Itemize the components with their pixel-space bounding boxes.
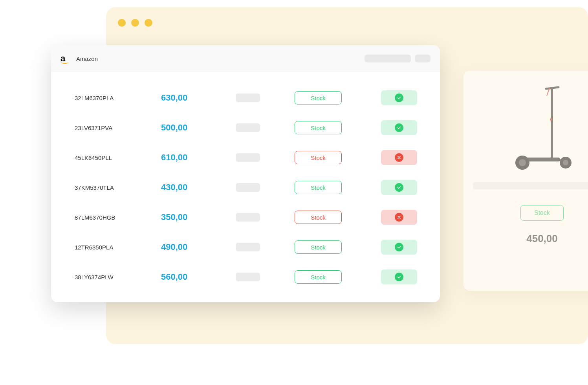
table-row[interactable]: 87LM6370HGB350,00Stock: [75, 202, 416, 232]
product-table: 32LM6370PLA630,00Stock23LV6371PVA500,00S…: [51, 72, 440, 292]
table-row[interactable]: 12TR6350PLA490,00Stock: [75, 232, 416, 262]
table-row[interactable]: 38LY6374PLW560,00Stock: [75, 262, 416, 292]
check-icon: [395, 243, 403, 251]
svg-line-1: [546, 87, 559, 89]
main-panel: a Amazon 32LM6370PLA630,00Stock23LV6371P…: [51, 45, 440, 302]
check-icon: [395, 183, 403, 192]
product-detail-card: Stock 450,00: [463, 71, 588, 291]
sku-cell: 12TR6350PLA: [75, 244, 145, 251]
status-cell: [381, 270, 417, 284]
sku-cell: 37KM5370TLA: [75, 184, 145, 191]
svg-point-6: [563, 160, 568, 165]
product-image-scooter: [507, 80, 577, 174]
stock-chip[interactable]: Stock: [295, 121, 342, 134]
detail-stock-label: Stock: [534, 209, 550, 216]
row-skeleton: [236, 94, 260, 102]
sku-cell: 87LM6370HGB: [75, 214, 145, 221]
stock-chip[interactable]: Stock: [295, 151, 342, 164]
panel-header: a Amazon: [51, 45, 440, 72]
sku-cell: 23LV6371PVA: [75, 125, 145, 131]
traffic-light-dot: [118, 19, 126, 27]
price-cell: 500,00: [161, 123, 220, 133]
price-cell: 630,00: [161, 93, 220, 103]
row-skeleton: [236, 213, 260, 222]
traffic-light-dot: [145, 19, 152, 27]
stock-chip[interactable]: Stock: [295, 211, 342, 224]
price-cell: 610,00: [161, 152, 220, 163]
price-cell: 350,00: [161, 212, 220, 222]
price-cell: 560,00: [161, 272, 220, 282]
detail-stock-chip: Stock: [520, 205, 564, 221]
status-cell: [381, 150, 417, 165]
row-skeleton: [236, 123, 260, 132]
status-cell: [381, 240, 417, 255]
check-icon: [395, 123, 403, 132]
stock-chip[interactable]: Stock: [295, 270, 342, 284]
status-cell: [381, 210, 417, 225]
detail-price: 450,00: [473, 233, 588, 245]
row-skeleton: [236, 273, 260, 281]
window-traffic-lights: [118, 19, 152, 27]
cross-icon: [395, 153, 403, 162]
table-row[interactable]: 32LM6370PLA630,00Stock: [75, 83, 416, 113]
header-right: [365, 55, 430, 62]
traffic-light-dot: [131, 19, 139, 27]
svg-point-8: [550, 118, 552, 121]
price-cell: 490,00: [161, 242, 220, 252]
status-cell: [381, 90, 417, 105]
header-skeleton: [365, 55, 411, 62]
stock-chip[interactable]: Stock: [295, 91, 342, 104]
row-skeleton: [236, 153, 260, 162]
table-row[interactable]: 37KM5370TLA430,00Stock: [75, 172, 416, 202]
sku-cell: 45LK6450PLL: [75, 154, 145, 161]
sku-cell: 38LY6374PLW: [75, 274, 145, 280]
check-icon: [395, 273, 403, 281]
stock-chip[interactable]: Stock: [295, 181, 342, 194]
detail-skeleton-bar: [473, 182, 588, 189]
table-row[interactable]: 23LV6371PVA500,00Stock: [75, 113, 416, 143]
status-cell: [381, 180, 417, 195]
row-skeleton: [236, 183, 260, 192]
amazon-logo-icon: a: [60, 54, 69, 63]
svg-point-4: [519, 159, 526, 166]
status-cell: [381, 120, 417, 135]
header-left: a Amazon: [60, 54, 98, 63]
header-skeleton: [415, 55, 430, 62]
row-skeleton: [236, 243, 260, 251]
cross-icon: [395, 213, 403, 222]
table-row[interactable]: 45LK6450PLL610,00Stock: [75, 143, 416, 172]
price-cell: 430,00: [161, 182, 220, 192]
stock-chip[interactable]: Stock: [295, 240, 342, 254]
panel-title: Amazon: [76, 55, 98, 62]
sku-cell: 32LM6370PLA: [75, 95, 145, 101]
check-icon: [395, 94, 403, 102]
